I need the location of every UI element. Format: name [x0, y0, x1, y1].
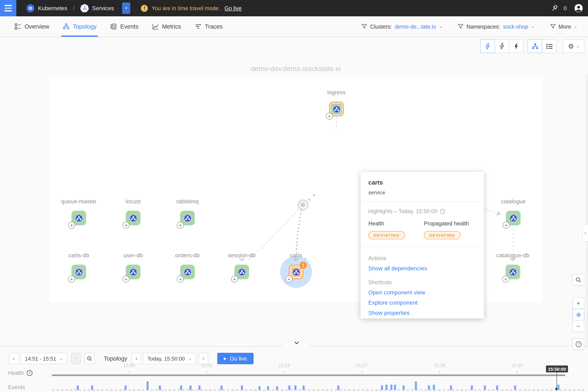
group-hub-node[interactable]: [297, 199, 309, 211]
save-view-as-button[interactable]: Save view as... ▾: [122, 2, 130, 14]
clusters-value[interactable]: demo-de...tate.io: [395, 24, 436, 30]
breadcrumb-view[interactable]: Services: [92, 5, 114, 12]
expand-node-button[interactable]: +: [286, 276, 292, 282]
time-marker-flag[interactable]: 15:50:00: [546, 366, 568, 372]
list-view-button[interactable]: [542, 39, 556, 53]
top-bar: ☸ Kubernetes / Services Save view as... …: [0, 0, 588, 16]
topology-node-session-db[interactable]: +session-db: [234, 264, 249, 279]
timeline-tick: [439, 370, 440, 374]
node-label: carts-db: [50, 252, 108, 258]
event-bar: [402, 386, 404, 390]
avatar[interactable]: [574, 4, 583, 13]
zoom-out-button[interactable]: −: [572, 320, 584, 332]
zoom-in-button[interactable]: +: [572, 297, 584, 309]
service-icon: [74, 214, 83, 222]
range-dropdown[interactable]: 14:51 - 15:51 ⌄: [20, 353, 68, 364]
breadcrumb-brand[interactable]: Kubernetes: [38, 5, 67, 12]
topology-node-carts[interactable]: +1carts: [289, 264, 304, 279]
filter-more[interactable]: More ⌄: [550, 24, 578, 30]
timeline-collapse-button[interactable]: [283, 340, 310, 347]
filter-health-all-button[interactable]: [509, 39, 524, 53]
topology-node-rabbitmq[interactable]: +rabbitmq: [180, 211, 195, 226]
topology-node-ingress[interactable]: +ingress: [329, 102, 344, 116]
right-panel-handle[interactable]: ‹: [582, 224, 588, 241]
time-prev-button[interactable]: ‹: [132, 353, 141, 364]
event-bar: [258, 386, 260, 390]
svg-text:?: ?: [28, 371, 30, 375]
filter-health-deviating-button[interactable]: [480, 39, 495, 53]
timeline-context-label: Topology: [104, 355, 128, 362]
funnel-icon: [458, 24, 464, 30]
event-bar: [241, 386, 243, 390]
hamburger-menu-icon[interactable]: [0, 0, 16, 16]
save-view-caret-icon[interactable]: ▾: [122, 2, 130, 14]
expand-node-button[interactable]: +: [122, 222, 130, 229]
filter-health-critical-button[interactable]: [494, 39, 509, 53]
time-next-button[interactable]: ›: [198, 353, 208, 364]
topology-node-locust[interactable]: +locust: [126, 211, 140, 226]
action-show-all-dependencies[interactable]: Show all dependencies: [368, 265, 476, 272]
namespaces-value[interactable]: sock-shop: [503, 24, 528, 30]
topology-node-user-db[interactable]: +user-db: [126, 264, 140, 279]
topology-node-carts-db[interactable]: +carts-db: [72, 264, 86, 279]
go-live-link[interactable]: Go live: [224, 5, 242, 11]
tab-topology[interactable]: Topology: [63, 16, 96, 37]
fit-to-screen-button[interactable]: [572, 309, 584, 320]
range-next-button[interactable]: ›: [71, 353, 81, 364]
topology-node-catalogue-db[interactable]: +catalogue-db: [506, 264, 520, 279]
chevron-down-icon[interactable]: ⌄: [574, 24, 578, 28]
topology-node-catalogue[interactable]: +catalogue: [506, 211, 520, 226]
tab-overview[interactable]: Overview: [15, 16, 49, 37]
timeline-tick-label: 15:45: [503, 363, 531, 368]
traces-icon: [195, 23, 202, 30]
expand-node-button[interactable]: +: [326, 113, 333, 120]
chevron-down-icon[interactable]: ⌄: [439, 24, 442, 28]
timeline-go-live-button[interactable]: ▶ Go live: [217, 353, 254, 364]
tab-traces[interactable]: Traces: [195, 16, 223, 37]
range-prev-button[interactable]: ‹: [9, 353, 19, 364]
event-bar: [471, 386, 473, 390]
tab-metrics[interactable]: Metrics: [152, 16, 181, 37]
filter-namespaces[interactable]: Namespaces: sock-shop ⌄: [458, 24, 534, 30]
expand-node-button[interactable]: +: [122, 276, 130, 282]
chevron-down-icon: ⌄: [576, 44, 580, 48]
help-button[interactable]: ?: [572, 338, 584, 350]
graph-view-button[interactable]: [528, 39, 542, 53]
timeline-tick: [206, 370, 207, 374]
shortcut-show-properties[interactable]: Show properties: [368, 310, 476, 316]
topology-node-queue-master[interactable]: +queue-master: [72, 211, 86, 226]
health-label: Health: [368, 220, 424, 226]
event-bar: [180, 386, 182, 390]
health-track[interactable]: [52, 374, 565, 376]
tab-events[interactable]: Events: [110, 16, 138, 37]
expand-node-button[interactable]: +: [502, 276, 509, 282]
expand-node-button[interactable]: +: [177, 222, 184, 229]
svg-text:?: ?: [442, 210, 444, 213]
expand-node-button[interactable]: +: [177, 276, 184, 282]
node-label: queue-master: [50, 198, 108, 204]
expand-node-button[interactable]: +: [68, 222, 75, 229]
node-label: catalogue: [485, 198, 542, 204]
timeline-zoom-out-button[interactable]: [84, 353, 95, 364]
shortcut-explore-component[interactable]: Explore component: [368, 299, 476, 306]
help-icon[interactable]: ?: [26, 370, 33, 376]
expand-node-button[interactable]: +: [503, 222, 510, 229]
topology-node-orders-db[interactable]: +orders-db: [180, 264, 195, 279]
events-track[interactable]: [52, 389, 585, 391]
expand-node-button[interactable]: +: [231, 276, 238, 282]
time-dropdown[interactable]: Today, 15:50:00 ⌄: [143, 353, 196, 364]
search-button[interactable]: [572, 274, 584, 286]
settings-button[interactable]: ⚙ ⌄: [563, 39, 584, 53]
topology-canvas[interactable]: +ingress+queue-master+locust+rabbitmq+or…: [50, 76, 542, 302]
event-bar: [450, 386, 452, 390]
event-bar: [294, 386, 296, 390]
chevron-down-icon[interactable]: ⌄: [531, 24, 534, 28]
gear-icon: ⚙: [568, 42, 574, 50]
filter-clusters[interactable]: Clusters: demo-de...tate.io ⌄: [362, 24, 442, 30]
expand-node-button[interactable]: +: [68, 276, 75, 282]
help-icon[interactable]: ?: [440, 208, 446, 214]
pin-icon[interactable]: [551, 4, 558, 12]
shortcut-open-component-view[interactable]: Open component view: [368, 289, 476, 296]
service-icon: [238, 268, 246, 276]
service-icon: [74, 268, 83, 276]
